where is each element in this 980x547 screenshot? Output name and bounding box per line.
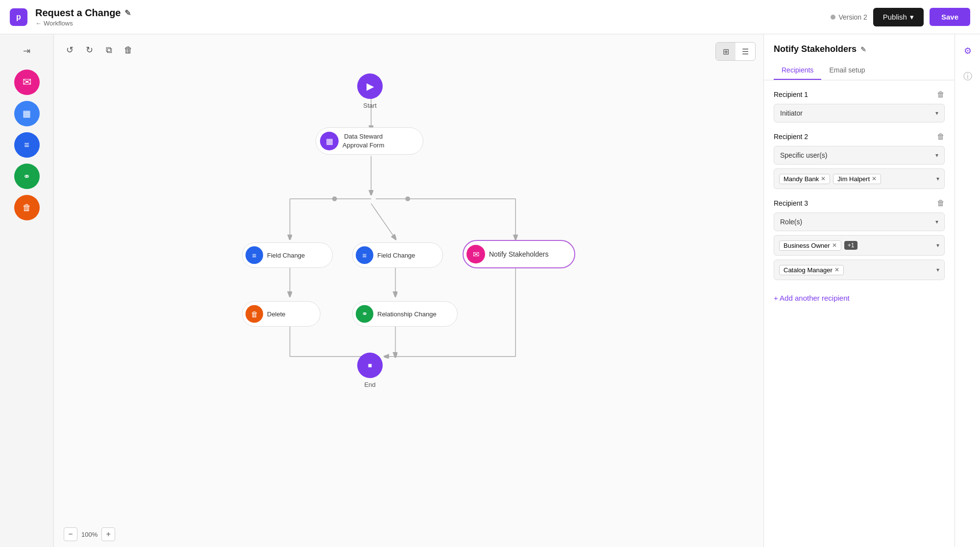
recipient-3-roles-input-1[interactable]: Business Owner ✕ +1 ▾ <box>774 235 945 256</box>
tag-jim-halpert: Jim Halpert ✕ <box>833 174 881 184</box>
workflow-canvas[interactable]: ↺ ↻ ⧉ 🗑 ⊞ ☰ <box>54 34 763 547</box>
breadcrumb: ← Workflows <box>35 20 823 27</box>
recipient-2-section: Recipient 2 🗑 Specific user(s) ▾ Mandy B… <box>774 132 945 189</box>
zoom-in-button[interactable]: + <box>101 527 115 541</box>
field-change-2-label: Field Change <box>377 252 415 259</box>
version-badge: Version 2 <box>831 13 867 21</box>
workflow-diagram: ▶ Start ▦ Data StewardApproval Form ≡ Fi… <box>54 64 763 523</box>
relationship-change-node[interactable]: ⚭ Relationship Change <box>352 301 458 327</box>
settings-strip: ⚙ ⓘ <box>955 34 980 547</box>
sidebar-item-email[interactable]: ✉ <box>14 70 40 95</box>
email-icon: ✉ <box>23 76 31 89</box>
recipient-3-section: Recipient 3 🗑 Role(s) ▾ Business Owner ✕… <box>774 199 945 280</box>
version-label: Version 2 <box>838 13 867 21</box>
title-edit-icon[interactable]: ✎ <box>124 8 131 18</box>
collapse-icon: ⇥ <box>23 46 30 56</box>
zoom-controls: − 100% + <box>64 527 115 541</box>
diagram-inner: ▶ Start ▦ Data StewardApproval Form ≡ Fi… <box>218 73 600 387</box>
delete-icon: 🗑 <box>23 203 31 213</box>
list-icon: ☰ <box>742 47 749 56</box>
tab-recipients[interactable]: Recipients <box>774 61 821 80</box>
dropdown-arrow-2: ▾ <box>935 152 938 159</box>
list-view-button[interactable]: ☰ <box>735 43 755 60</box>
svg-line-4 <box>371 204 395 239</box>
add-recipient-button[interactable]: + Add another recipient <box>774 292 850 304</box>
recipient-3-roles-input-2[interactable]: Catalog Manager ✕ ▾ <box>774 260 945 280</box>
end-label: End <box>357 381 383 388</box>
gear-icon: ⚙ <box>964 46 972 56</box>
sidebar-item-link[interactable]: ⚭ <box>14 164 40 189</box>
recipient-1-label: Recipient 1 <box>774 91 808 98</box>
grid-view-button[interactable]: ⊞ <box>716 43 735 60</box>
right-panel-body: Recipient 1 🗑 Initiator ▾ Recipient 2 🗑 … <box>764 80 955 547</box>
sidebar-item-delete[interactable]: 🗑 <box>14 195 40 220</box>
breadcrumb-label[interactable]: Workflows <box>44 20 73 27</box>
delete-canvas-button[interactable]: 🗑 <box>121 42 136 58</box>
header-actions: Version 2 Publish ▾ Save <box>831 8 970 26</box>
app-logo: p <box>10 8 27 26</box>
svg-point-8 <box>405 196 410 201</box>
tab-recipients-label: Recipients <box>782 66 813 74</box>
tab-email-setup[interactable]: Email setup <box>821 61 873 80</box>
connector-svg <box>218 73 600 387</box>
page-title-row: Request a Change ✎ <box>35 7 823 19</box>
copy-button[interactable]: ⧉ <box>101 42 117 58</box>
zoom-in-icon: + <box>106 530 111 539</box>
undo-button[interactable]: ↺ <box>62 42 77 58</box>
tag-jim-halpert-close[interactable]: ✕ <box>872 175 877 182</box>
start-node[interactable]: ▶ <box>357 73 383 99</box>
delete-recipient-3-button[interactable]: 🗑 <box>937 199 945 208</box>
approval-form-node[interactable]: ▦ Data StewardApproval Form <box>316 127 423 155</box>
delete-node[interactable]: 🗑 Delete <box>242 301 320 327</box>
zoom-level-display: 100% <box>81 531 98 538</box>
sidebar-item-field[interactable]: ≡ <box>14 132 40 158</box>
recipient-3-label: Recipient 3 <box>774 199 808 207</box>
recipient-2-users-input[interactable]: Mandy Bank ✕ Jim Halpert ✕ ▾ <box>774 168 945 189</box>
recipient-1-type-dropdown[interactable]: Initiator ▾ <box>774 104 945 122</box>
info-button[interactable]: ⓘ <box>959 68 977 85</box>
delete-node-label: Delete <box>267 310 286 318</box>
link-icon: ⚭ <box>23 171 30 182</box>
tab-email-setup-label: Email setup <box>829 66 865 74</box>
tag-catalog-manager-close[interactable]: ✕ <box>834 266 839 273</box>
zoom-out-icon: − <box>68 530 73 539</box>
right-panel-title: Notify Stakeholders <box>774 44 857 54</box>
redo-icon: ↻ <box>86 45 93 55</box>
zoom-out-button[interactable]: − <box>64 527 77 541</box>
publish-button[interactable]: Publish ▾ <box>873 8 924 26</box>
save-button[interactable]: Save <box>930 8 970 26</box>
tag-catalog-manager-label: Catalog Manager <box>784 266 833 274</box>
delete-recipient-1-button[interactable]: 🗑 <box>937 90 945 99</box>
recipient-2-type-dropdown[interactable]: Specific user(s) ▾ <box>774 146 945 165</box>
form-icon: ▦ <box>23 108 31 119</box>
field-change-2-node[interactable]: ≡ Field Change <box>352 242 443 268</box>
version-dot <box>831 15 835 20</box>
copy-icon: ⧉ <box>106 45 112 55</box>
settings-gear-button[interactable]: ⚙ <box>959 42 977 60</box>
undo-icon: ↺ <box>66 45 74 55</box>
tag-business-owner-close[interactable]: ✕ <box>832 242 837 249</box>
end-node[interactable]: ■ <box>357 353 383 378</box>
field-change-1-label: Field Change <box>267 252 305 259</box>
sidebar-collapse-button[interactable]: ⇥ <box>18 42 36 60</box>
recipient-1-type-value: Initiator <box>780 109 803 117</box>
tag-business-owner: Business Owner ✕ <box>779 240 841 251</box>
right-panel: Notify Stakeholders ✎ Recipients Email s… <box>763 34 955 547</box>
panel-title-edit-icon[interactable]: ✎ <box>860 46 866 53</box>
business-owner-badge[interactable]: +1 <box>844 241 858 250</box>
add-recipient-label: + Add another recipient <box>774 294 850 302</box>
delete-recipient-2-button[interactable]: 🗑 <box>937 132 945 141</box>
recipient-2-type-value: Specific user(s) <box>780 151 827 159</box>
tag-mandy-bank-close[interactable]: ✕ <box>821 175 826 182</box>
notify-stakeholders-node[interactable]: ✉ Notify Stakeholders <box>463 240 575 268</box>
redo-button[interactable]: ↻ <box>81 42 97 58</box>
header-title-area: Request a Change ✎ ← Workflows <box>35 7 823 27</box>
page-title: Request a Change <box>35 7 121 19</box>
tag-jim-halpert-label: Jim Halpert <box>837 175 870 183</box>
recipient-3-type-dropdown[interactable]: Role(s) ▾ <box>774 213 945 231</box>
field-change-1-node[interactable]: ≡ Field Change <box>242 242 333 268</box>
dropdown-arrow-1: ▾ <box>935 110 938 117</box>
approval-icon: ▦ <box>320 132 339 150</box>
users-dropdown-arrow: ▾ <box>936 175 939 182</box>
sidebar-item-form[interactable]: ▦ <box>14 101 40 126</box>
